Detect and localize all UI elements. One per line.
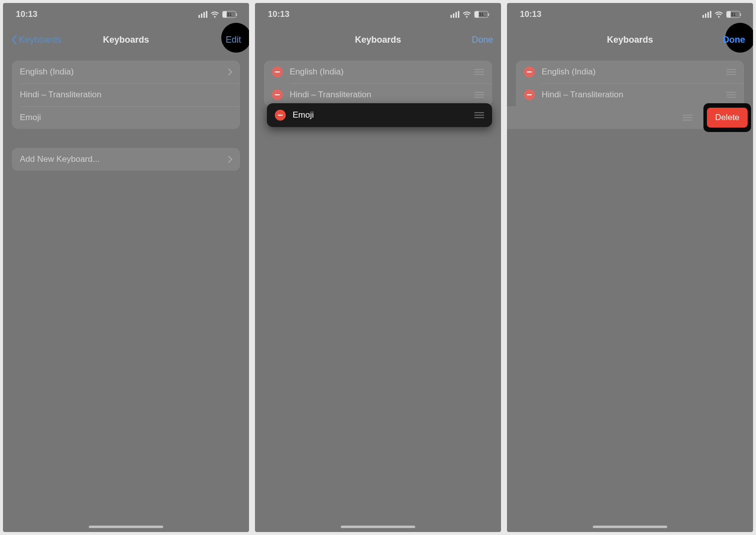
swipe-row-content[interactable]: oji bbox=[507, 106, 700, 129]
status-time: 10:13 bbox=[520, 9, 541, 19]
screen-1: 10:13 31 Keyboards Keyboards Edit Englis… bbox=[3, 3, 249, 532]
chevron-right-icon bbox=[228, 68, 232, 75]
keyboard-row-emoji-swiped: oji Delete bbox=[516, 106, 744, 129]
remove-icon[interactable] bbox=[272, 89, 283, 100]
keyboards-list-edit: English (India) Hindi – Transliteration … bbox=[516, 61, 744, 129]
keyboard-row-hindi[interactable]: Hindi – Transliteration bbox=[12, 83, 240, 106]
row-label: Hindi – Transliteration bbox=[20, 90, 232, 100]
home-indicator[interactable] bbox=[341, 526, 415, 528]
nav-back-label: Keyboards bbox=[19, 35, 62, 45]
done-button[interactable]: Done bbox=[472, 35, 493, 45]
battery-icon: 31 bbox=[726, 11, 740, 18]
screen-2: 10:13 31 Keyboards Done English (India) … bbox=[255, 3, 501, 532]
wifi-icon bbox=[462, 11, 471, 18]
signal-icon bbox=[198, 11, 207, 18]
status-bar: 10:13 31 bbox=[255, 3, 501, 26]
keyboard-row-emoji-floating[interactable]: Emoji bbox=[267, 103, 492, 127]
keyboard-row-english[interactable]: English (India) bbox=[264, 61, 492, 83]
nav-back-button[interactable]: Keyboards bbox=[11, 35, 62, 45]
screen-3: 10:13 31 Keyboards Done English (India) … bbox=[507, 3, 753, 532]
battery-icon: 31 bbox=[474, 11, 488, 18]
drag-handle-icon[interactable] bbox=[474, 92, 484, 98]
wifi-icon bbox=[714, 11, 723, 18]
nav-title: Keyboards bbox=[355, 35, 401, 45]
delete-highlight: Delete bbox=[703, 103, 751, 132]
row-label: Emoji bbox=[20, 113, 232, 123]
status-time: 10:13 bbox=[268, 9, 289, 19]
drag-handle-icon[interactable] bbox=[474, 112, 484, 118]
content: English (India) Hindi – Transliteration … bbox=[3, 54, 249, 197]
drag-handle-icon[interactable] bbox=[683, 115, 693, 121]
row-label: Hindi – Transliteration bbox=[542, 90, 726, 100]
status-right: 31 bbox=[450, 11, 488, 18]
home-indicator[interactable] bbox=[593, 526, 667, 528]
row-label: Add New Keyboard... bbox=[20, 154, 228, 164]
done-button[interactable]: Done bbox=[723, 35, 745, 45]
delete-button[interactable]: Delete bbox=[707, 108, 747, 128]
wifi-icon bbox=[210, 11, 219, 18]
drag-handle-icon[interactable] bbox=[726, 92, 736, 98]
chevron-left-icon bbox=[11, 35, 17, 45]
nav-bar: Keyboards Done bbox=[255, 26, 501, 54]
chevron-right-icon bbox=[228, 156, 232, 163]
keyboard-row-english[interactable]: English (India) bbox=[516, 61, 744, 83]
nav-title: Keyboards bbox=[607, 35, 653, 45]
row-label: Hindi – Transliteration bbox=[290, 90, 474, 100]
drag-handle-icon[interactable] bbox=[726, 69, 736, 75]
row-label: English (India) bbox=[20, 67, 228, 77]
remove-icon[interactable] bbox=[275, 110, 286, 121]
battery-icon: 31 bbox=[222, 11, 236, 18]
status-right: 31 bbox=[198, 11, 236, 18]
status-right: 31 bbox=[702, 11, 740, 18]
nav-bar: Keyboards Done bbox=[507, 26, 753, 54]
remove-icon[interactable] bbox=[524, 89, 535, 100]
row-label: oji bbox=[507, 113, 683, 123]
edit-button[interactable]: Edit bbox=[226, 35, 241, 45]
add-keyboard-group: Add New Keyboard... bbox=[12, 148, 240, 171]
keyboards-list: English (India) Hindi – Transliteration … bbox=[12, 61, 240, 129]
drag-handle-icon[interactable] bbox=[474, 69, 484, 75]
row-label: English (India) bbox=[290, 67, 474, 77]
nav-title: Keyboards bbox=[103, 35, 149, 45]
signal-icon bbox=[702, 11, 711, 18]
keyboard-row-emoji[interactable]: Emoji bbox=[12, 106, 240, 129]
status-bar: 10:13 31 bbox=[507, 3, 753, 26]
status-time: 10:13 bbox=[16, 9, 37, 19]
add-new-keyboard-button[interactable]: Add New Keyboard... bbox=[12, 148, 240, 171]
status-bar: 10:13 31 bbox=[3, 3, 249, 26]
signal-icon bbox=[450, 11, 459, 18]
content: English (India) Hindi – Transliteration … bbox=[507, 54, 753, 155]
home-indicator[interactable] bbox=[89, 526, 163, 528]
nav-bar: Keyboards Keyboards Edit bbox=[3, 26, 249, 54]
keyboards-list-edit: English (India) Hindi – Transliteration bbox=[264, 61, 492, 106]
remove-icon[interactable] bbox=[524, 67, 535, 77]
row-label: English (India) bbox=[542, 67, 726, 77]
keyboard-row-english[interactable]: English (India) bbox=[12, 61, 240, 83]
row-label: Emoji bbox=[293, 110, 474, 120]
remove-icon[interactable] bbox=[272, 67, 283, 77]
